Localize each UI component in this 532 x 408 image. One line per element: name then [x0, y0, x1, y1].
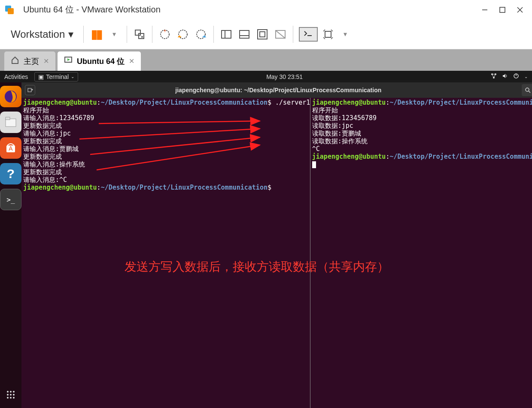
- dock-files[interactable]: [0, 112, 21, 133]
- svg-point-34: [7, 391, 9, 393]
- svg-rect-16: [258, 30, 267, 39]
- pause-icon: ▮▮: [91, 27, 101, 41]
- workstation-menu-label: Workstation: [11, 28, 65, 40]
- view-fullscreen-button[interactable]: [255, 27, 269, 41]
- terminal-icon: ▣: [38, 73, 44, 80]
- svg-point-35: [10, 391, 12, 393]
- svg-line-19: [276, 30, 285, 38]
- terminal-pane-right[interactable]: jiapengcheng@ubuntu:~/Desktop/Project/Li…: [310, 98, 532, 408]
- toolbar-separator: [127, 26, 127, 43]
- network-icon[interactable]: [491, 73, 497, 80]
- power-dropdown[interactable]: ▾: [107, 27, 121, 41]
- close-icon[interactable]: ✕: [43, 57, 49, 65]
- terminal-header: jiapengcheng@ubuntu: ~/Desktop/Project/L…: [21, 82, 532, 98]
- svg-point-39: [13, 394, 15, 396]
- chevron-down-icon[interactable]: ⌄: [524, 74, 528, 79]
- vmware-toolbar: Workstation ▾ ▮▮ ▾ + ▾: [0, 19, 532, 49]
- dropdown-icon: ▾: [344, 30, 347, 38]
- ubuntu-desktop: A ? >_ jiapengcheng@ubuntu: ~/Desktop/Pr…: [0, 82, 532, 408]
- snapshot-take-button[interactable]: +: [158, 27, 172, 41]
- pause-vm-button[interactable]: ▮▮: [89, 27, 103, 41]
- toolbar-separator: [152, 26, 152, 43]
- dock-show-apps[interactable]: [6, 390, 16, 402]
- toolbar-separator: [293, 26, 293, 43]
- terminal-title: jiapengcheng@ubuntu: ~/Desktop/Project/L…: [39, 87, 518, 94]
- snapshot-manager-button[interactable]: [194, 27, 208, 41]
- vm-icon: [64, 56, 73, 66]
- svg-rect-21: [325, 31, 331, 37]
- tab-label: Ubuntu 64 位: [77, 56, 125, 66]
- tab-label: 主页: [24, 56, 39, 66]
- terminal-menu-label: Terminal: [46, 73, 69, 80]
- toolbar-separator: [213, 26, 214, 43]
- dropdown-icon: ▾: [112, 30, 116, 38]
- new-tab-button[interactable]: [25, 85, 35, 95]
- svg-rect-17: [260, 32, 265, 37]
- terminal-app-menu[interactable]: ▣ Terminal ⌄: [34, 72, 78, 82]
- chevron-down-icon: ⌄: [71, 74, 74, 79]
- svg-rect-43: [28, 88, 31, 92]
- ubuntu-topbar: Activities ▣ Terminal ⌄ May 30 23:51 ⌄: [0, 71, 532, 82]
- vmware-titlebar: Ubuntu 64 位 - VMware Workstation: [0, 0, 532, 19]
- terminal-pane-left[interactable]: jiapengcheng@ubuntu:~/Desktop/Project/Li…: [21, 98, 310, 408]
- close-icon[interactable]: ✕: [129, 57, 134, 65]
- terminal-window: jiapengcheng@ubuntu: ~/Desktop/Project/L…: [21, 82, 532, 408]
- svg-text:+: +: [164, 28, 167, 34]
- svg-rect-3: [500, 7, 505, 12]
- dock-terminal[interactable]: >_: [0, 189, 21, 210]
- dock-help[interactable]: ?: [0, 163, 21, 184]
- dock-ubuntu-software[interactable]: A: [0, 137, 21, 159]
- activities-button[interactable]: Activities: [4, 73, 28, 80]
- svg-text:A: A: [9, 145, 13, 152]
- tab-home[interactable]: 主页 ✕: [4, 51, 55, 71]
- snapshot-revert-button[interactable]: [176, 27, 190, 41]
- svg-point-36: [13, 391, 15, 393]
- svg-rect-31: [6, 117, 10, 120]
- svg-point-37: [7, 394, 9, 396]
- terminal-search-button[interactable]: [522, 84, 532, 96]
- power-icon[interactable]: [513, 73, 519, 80]
- send-ctrl-alt-del-button[interactable]: [133, 27, 146, 41]
- terminal-icon: >_: [6, 196, 15, 204]
- annotation-text: 发送方写入数据后，接收方读取数据（共享内存）: [125, 263, 389, 271]
- help-icon: ?: [7, 166, 15, 181]
- svg-point-42: [13, 397, 15, 399]
- tab-ubuntu[interactable]: Ubuntu 64 位 ✕: [58, 51, 141, 71]
- vmware-tabs: 主页 ✕ Ubuntu 64 位 ✕: [0, 49, 532, 71]
- vmware-window-title: Ubuntu 64 位 - VMware Workstation: [23, 4, 481, 15]
- close-button[interactable]: [517, 6, 523, 13]
- svg-rect-14: [240, 30, 249, 38]
- svg-point-41: [10, 397, 12, 399]
- window-controls: [481, 6, 523, 13]
- svg-rect-1: [8, 8, 14, 14]
- stretch-dropdown[interactable]: ▾: [338, 27, 352, 41]
- maximize-button[interactable]: [499, 6, 506, 13]
- stretch-button[interactable]: [321, 27, 335, 41]
- svg-point-40: [7, 397, 9, 399]
- unity-mode-button[interactable]: [274, 27, 287, 41]
- svg-rect-6: [135, 30, 140, 35]
- dock-firefox[interactable]: [0, 86, 21, 107]
- svg-rect-30: [6, 119, 16, 127]
- datetime-display[interactable]: May 30 23:51: [78, 73, 491, 80]
- view-split-button[interactable]: [219, 27, 233, 41]
- console-button[interactable]: [299, 27, 318, 42]
- ubuntu-dock: A ? >_: [0, 82, 21, 408]
- svg-point-38: [10, 394, 12, 396]
- svg-rect-12: [222, 30, 231, 38]
- terminal-body[interactable]: jiapengcheng@ubuntu:~/Desktop/Project/Li…: [21, 98, 532, 408]
- volume-icon[interactable]: [502, 73, 508, 80]
- svg-marker-23: [67, 58, 70, 61]
- dropdown-icon: ▾: [68, 28, 73, 40]
- vmware-logo-icon: [4, 5, 15, 15]
- home-icon: [11, 56, 19, 66]
- minimize-button[interactable]: [481, 6, 488, 13]
- svg-point-46: [526, 88, 529, 91]
- svg-line-47: [529, 91, 530, 93]
- toolbar-separator: [83, 26, 84, 43]
- view-single-button[interactable]: [237, 27, 251, 41]
- workstation-menu[interactable]: Workstation ▾: [6, 26, 78, 42]
